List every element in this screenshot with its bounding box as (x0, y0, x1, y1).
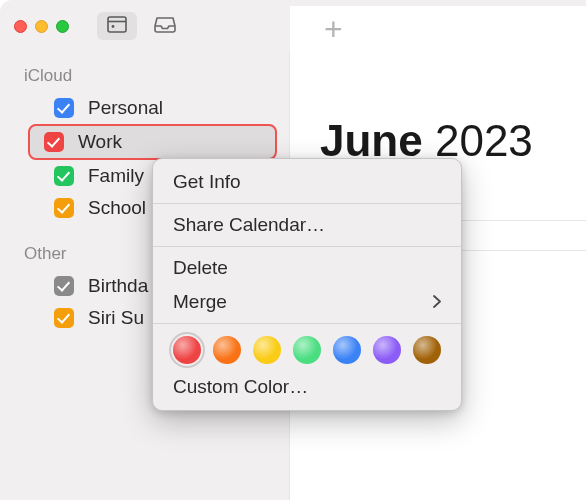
color-swatch-purple[interactable] (373, 336, 401, 364)
calendar-label: Birthda (88, 275, 148, 297)
menu-share-calendar[interactable]: Share Calendar… (153, 208, 461, 242)
calendar-icon (107, 15, 127, 37)
checkbox-icon[interactable] (54, 166, 74, 186)
menu-separator (153, 246, 461, 247)
toolbar-main: + (290, 6, 586, 52)
menu-separator (153, 203, 461, 204)
menu-label: Share Calendar… (173, 214, 325, 236)
menu-delete[interactable]: Delete (153, 251, 461, 285)
color-swatch-orange[interactable] (213, 336, 241, 364)
chevron-right-icon (433, 292, 441, 313)
color-picker-row (153, 328, 461, 370)
calendar-item-work[interactable]: Work (28, 124, 277, 160)
menu-label: Get Info (173, 171, 241, 193)
calendar-toggle-button[interactable] (97, 12, 137, 40)
calendar-label: Siri Su (88, 307, 144, 329)
menu-label: Merge (173, 291, 227, 313)
checkbox-icon[interactable] (54, 198, 74, 218)
checkbox-icon[interactable] (54, 276, 74, 296)
checkbox-icon[interactable] (44, 132, 64, 152)
window-controls (14, 20, 69, 33)
menu-label: Custom Color… (173, 376, 308, 398)
calendar-label: Personal (88, 97, 163, 119)
sidebar-section-icloud[interactable]: iCloud (0, 60, 289, 92)
maximize-window-button[interactable] (56, 20, 69, 33)
svg-point-2 (112, 25, 115, 28)
color-swatch-brown[interactable] (413, 336, 441, 364)
calendar-label: Work (78, 131, 122, 153)
svg-rect-0 (108, 17, 126, 32)
close-window-button[interactable] (14, 20, 27, 33)
checkbox-icon[interactable] (54, 98, 74, 118)
color-swatch-red[interactable] (173, 336, 201, 364)
minimize-window-button[interactable] (35, 20, 48, 33)
color-swatch-blue[interactable] (333, 336, 361, 364)
menu-separator (153, 323, 461, 324)
inbox-button[interactable] (145, 12, 185, 40)
calendar-context-menu: Get Info Share Calendar… Delete Merge Cu… (152, 158, 462, 411)
menu-custom-color[interactable]: Custom Color… (153, 370, 461, 404)
menu-label: Delete (173, 257, 228, 279)
color-swatch-yellow[interactable] (253, 336, 281, 364)
color-swatch-green[interactable] (293, 336, 321, 364)
calendar-label: Family (88, 165, 144, 187)
calendar-item-personal[interactable]: Personal (8, 92, 281, 124)
menu-merge[interactable]: Merge (153, 285, 461, 319)
inbox-icon (154, 15, 176, 37)
calendar-label: School (88, 197, 146, 219)
checkbox-icon[interactable] (54, 308, 74, 328)
menu-get-info[interactable]: Get Info (153, 165, 461, 199)
